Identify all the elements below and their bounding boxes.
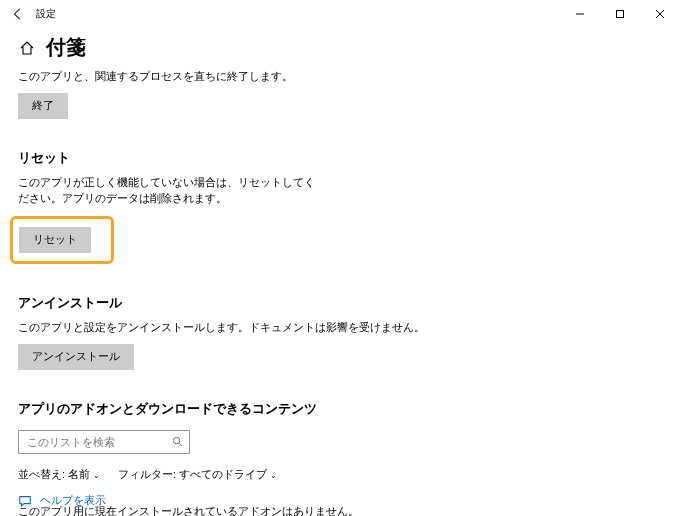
reset-highlight: リセット (10, 216, 114, 264)
sort-dropdown[interactable]: 並べ替え: 名前 ⌄ (18, 468, 100, 482)
window-controls (560, 0, 680, 28)
home-icon[interactable] (18, 39, 36, 57)
page-title: 付箋 (46, 34, 86, 61)
chat-icon (18, 494, 32, 508)
search-icon (172, 436, 183, 449)
help-link-label: ヘルプを表示 (40, 494, 106, 508)
addons-search-row (18, 430, 662, 454)
sort-label: 並べ替え: (18, 468, 65, 482)
addons-heading: アプリのアドオンとダウンロードできるコンテンツ (18, 400, 662, 418)
reset-description: このアプリが正しく機能していない場合は、リセットしてください。アプリのデータは削… (18, 175, 318, 207)
window-title: 設定 (36, 7, 56, 21)
svg-rect-1 (617, 11, 624, 18)
svg-line-5 (179, 443, 182, 446)
chevron-down-icon: ⌄ (270, 471, 277, 480)
addons-search-box[interactable] (18, 430, 190, 454)
help-link[interactable]: ヘルプを表示 (18, 494, 106, 508)
maximize-button[interactable] (600, 0, 640, 28)
minimize-button[interactable] (560, 0, 600, 28)
filter-value: すべてのドライブ (179, 468, 267, 482)
chevron-down-icon: ⌄ (93, 471, 100, 480)
content-area: 付箋 このアプリと、関連するプロセスを直ちに終了します。 終了 リセット このア… (0, 34, 680, 516)
close-button[interactable] (640, 0, 680, 28)
terminate-button[interactable]: 終了 (18, 93, 68, 119)
addons-empty-message: このアプリ用に現在インストールされているアドオンはありません。 (18, 504, 662, 516)
back-button[interactable] (8, 4, 28, 24)
reset-heading: リセット (18, 149, 662, 167)
svg-point-4 (173, 437, 179, 443)
uninstall-heading: アンインストール (18, 294, 662, 312)
uninstall-description: このアプリと設定をアンインストールします。ドキュメントは影響を受けません。 (18, 320, 662, 336)
uninstall-button[interactable]: アンインストール (18, 344, 134, 370)
reset-button[interactable]: リセット (19, 227, 91, 253)
addons-sort-row: 並べ替え: 名前 ⌄ フィルター: すべてのドライブ ⌄ (18, 468, 662, 482)
filter-label: フィルター: (118, 468, 176, 482)
addons-search-input[interactable] (25, 435, 165, 449)
titlebar: 設定 (0, 0, 680, 28)
page-header: 付箋 (18, 34, 662, 61)
terminate-description: このアプリと、関連するプロセスを直ちに終了します。 (18, 69, 662, 85)
filter-dropdown[interactable]: フィルター: すべてのドライブ ⌄ (118, 468, 277, 482)
sort-value: 名前 (68, 468, 90, 482)
